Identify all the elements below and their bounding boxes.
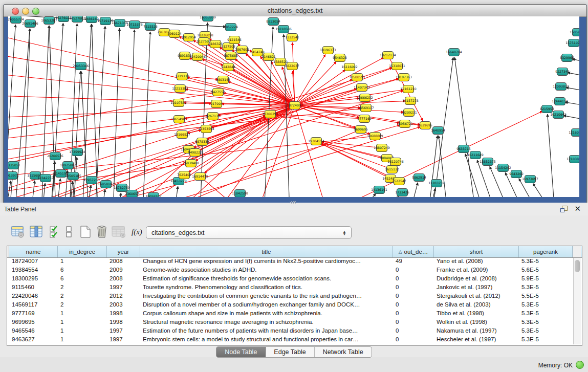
graph-node[interactable]: 16210643 xyxy=(550,111,567,119)
graph-node[interactable]: 24055724 xyxy=(8,16,24,24)
graph-node[interactable]: 16157278 xyxy=(402,97,419,105)
graph-node[interactable]: 9878334 xyxy=(195,138,209,146)
graph-node[interactable]: 12353594 xyxy=(198,125,214,133)
close-icon[interactable]: ✕ xyxy=(574,205,581,212)
graph-node[interactable]: 12093832 xyxy=(553,83,569,91)
table-options-button[interactable] xyxy=(11,224,25,239)
graph-node[interactable]: 9546328 xyxy=(333,54,347,62)
graph-node[interactable]: 1135051 xyxy=(8,162,20,169)
graph-node[interactable]: 1640954 xyxy=(431,127,445,135)
graph-node[interactable]: 917004 xyxy=(210,100,223,108)
graph-node[interactable]: 10212134 xyxy=(380,52,396,59)
table-row[interactable]: 2242004622012Investigating the contribut… xyxy=(7,292,573,301)
window-titlebar[interactable]: citations_edges.txt xyxy=(4,5,586,17)
table-row[interactable]: 946362711997Embryonic stem cells: a mode… xyxy=(7,336,573,344)
graph-node[interactable]: 10209231 xyxy=(401,109,417,117)
graph-node[interactable]: 8912954 xyxy=(182,34,196,41)
tab-node-table[interactable]: Node Table xyxy=(216,347,266,357)
column-visibility-button[interactable] xyxy=(29,224,43,239)
graph-node[interactable]: 8813054 xyxy=(266,18,280,26)
column-header-title[interactable]: title xyxy=(140,246,393,257)
table-row[interactable]: 946554611997Estimation of the future num… xyxy=(7,327,573,336)
graph-node[interactable]: 2867608 xyxy=(235,46,249,54)
table-selector-dropdown[interactable]: citations_edges.txt ▲▼ xyxy=(146,226,352,239)
graph-node[interactable]: 9427552 xyxy=(211,89,225,96)
graph-node[interactable]: 8267130 xyxy=(206,113,220,120)
pane-resize-grip[interactable] xyxy=(290,201,296,204)
graph-node[interactable]: 16053809 xyxy=(200,16,216,21)
delete-table-button[interactable] xyxy=(95,224,109,239)
graph-node[interactable]: 7625402 xyxy=(177,171,191,179)
graph-node[interactable]: 16116092 xyxy=(341,63,358,71)
graph-node[interactable]: 9227343 xyxy=(555,68,570,76)
graph-node[interactable]: 11842590 xyxy=(232,190,248,198)
graph-node[interactable]: 8960124 xyxy=(167,30,182,38)
float-window-icon[interactable] xyxy=(560,206,567,212)
graph-node[interactable]: 1719113 xyxy=(175,73,189,80)
graph-node[interactable]: 9121546 xyxy=(227,36,242,44)
graph-node[interactable]: 10975887 xyxy=(60,162,76,169)
graph-node[interactable]: 9242844 xyxy=(221,63,235,71)
graph-node[interactable]: 16973097 xyxy=(522,176,538,183)
column-header-pagerank[interactable]: pagerank xyxy=(519,246,573,257)
graph-node[interactable]: 2522547 xyxy=(392,178,406,185)
column-header-year[interactable]: year xyxy=(107,246,140,257)
graph-node[interactable]: 19654985 xyxy=(171,116,187,123)
table-row[interactable]: 969969511998Structural magnetic resonanc… xyxy=(7,318,573,327)
table-row[interactable]: 1938455462009Genome-wide association stu… xyxy=(7,266,573,275)
graph-node[interactable]: 15059547 xyxy=(570,29,579,36)
graph-node[interactable]: 8186328 xyxy=(208,40,223,48)
graph-node[interactable]: 7515526 xyxy=(143,23,158,31)
column-header-name[interactable]: name xyxy=(9,246,58,257)
graph-node[interactable]: 11527802 xyxy=(69,16,85,23)
graph-node[interactable]: 11407343 xyxy=(354,84,370,92)
graph-node[interactable]: 18807249 xyxy=(374,144,390,152)
table-row[interactable]: 1830029562008Estimation of significance … xyxy=(7,275,573,283)
graph-node[interactable]: 9699695 xyxy=(354,126,368,134)
merge-columns-button[interactable] xyxy=(65,224,73,239)
graph-node[interactable]: 9633715 xyxy=(456,145,471,153)
graph-node[interactable]: 9777169 xyxy=(357,115,372,123)
new-table-button[interactable] xyxy=(78,224,93,239)
graph-node[interactable]: 12160362 xyxy=(569,129,579,137)
scrollbar-thumb[interactable] xyxy=(575,260,580,272)
graph-node[interactable]: 10719135 xyxy=(97,17,114,25)
graph-node[interactable]: 17103852 xyxy=(567,156,579,163)
graph-node[interactable]: 10196373 xyxy=(320,47,336,54)
graph-node[interactable]: 3913971 xyxy=(8,172,19,180)
graph-node[interactable]: 11154242 xyxy=(495,164,511,172)
graph-node[interactable]: 9498222 xyxy=(188,149,202,157)
graph-node[interactable]: 8822037 xyxy=(285,62,299,70)
graph-node[interactable]: 8215953 xyxy=(540,105,554,113)
graph-node[interactable]: 14569117 xyxy=(358,104,374,112)
tab-edge-table[interactable]: Edge Table xyxy=(266,347,314,357)
graph-node[interactable]: 12161210 xyxy=(400,85,417,93)
graph-node[interactable]: 8486160 xyxy=(84,16,99,23)
graph-node[interactable]: 1332541 xyxy=(285,34,299,41)
graph-node[interactable]: 2803144 xyxy=(216,76,230,84)
graph-node[interactable]: 14136141 xyxy=(371,186,387,194)
graph-node[interactable]: 12666232 xyxy=(357,94,373,102)
vertical-scrollbar[interactable] xyxy=(573,258,581,344)
graph-node[interactable]: 12213382 xyxy=(172,85,188,93)
graph-node[interactable]: 16211649 xyxy=(467,151,484,159)
graph-node[interactable]: 16671358 xyxy=(112,19,128,27)
graph-node[interactable]: 9329966 xyxy=(560,54,574,62)
column-header-outde[interactable]: △out_de… xyxy=(393,246,434,257)
graph-node[interactable]: 9639695 xyxy=(418,122,432,129)
graph-node[interactable]: 16958107 xyxy=(98,181,114,188)
graph-node[interactable]: 1733426 xyxy=(395,189,409,196)
graph-node[interactable]: 20691406 xyxy=(22,20,38,28)
graph-node[interactable]: 11283759 xyxy=(428,180,445,187)
graph-node[interactable]: 15318031 xyxy=(389,62,405,70)
network-view-canvas[interactable]: 2405572420691406106532871527602711527802… xyxy=(8,16,579,197)
graph-node[interactable]: 9643260 xyxy=(509,170,524,178)
graph-node[interactable]: 9862914 xyxy=(412,174,426,182)
graph-node[interactable]: 1615132 xyxy=(385,166,399,173)
graph-node[interactable]: 16648784 xyxy=(446,49,462,56)
graph-node[interactable]: 18058107 xyxy=(145,193,162,198)
table-row[interactable]: 911546021997Tourette syndrome. Phenomeno… xyxy=(7,283,573,292)
row-selection-button[interactable] xyxy=(49,224,61,239)
tab-network-table[interactable]: Network Table xyxy=(315,347,372,357)
function-builder-button[interactable]: f(x) xyxy=(132,224,142,239)
